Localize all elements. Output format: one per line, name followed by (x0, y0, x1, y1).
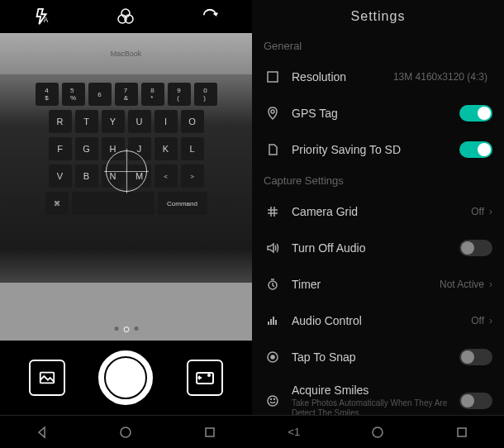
svg-rect-15 (275, 320, 277, 325)
setting-label: Audio Control (292, 314, 471, 327)
setting-resolution[interactable]: Resolution 13M 4160x3120 (4:3) (252, 59, 504, 95)
setting-grid[interactable]: Camera Grid Off › (252, 193, 504, 230)
setting-value: Off (471, 315, 484, 326)
sd-toggle[interactable] (459, 141, 492, 158)
camera-app: A MacBook 4$5%67&8*9(0) RTYUIO FGHJKL VB… (0, 0, 252, 448)
svg-point-17 (271, 355, 274, 359)
home-button[interactable] (369, 424, 386, 441)
audio-bars-icon (264, 314, 282, 327)
speaker-icon (264, 241, 282, 255)
svg-point-21 (373, 427, 383, 437)
svg-point-7 (121, 427, 131, 437)
svg-point-20 (274, 399, 275, 400)
svg-point-6 (208, 374, 210, 376)
grid-icon (264, 205, 282, 218)
svg-rect-13 (270, 319, 272, 325)
setting-label: Timer (292, 278, 440, 291)
section-general: General (252, 33, 504, 59)
svg-rect-9 (268, 72, 278, 82)
laptop-bezel: MacBook (0, 33, 252, 74)
setting-gps[interactable]: GPS Tag (252, 95, 504, 131)
focus-indicator (106, 150, 147, 192)
settings-panel: Settings General Resolution 13M 4160x312… (252, 0, 504, 448)
setting-value: Not Active (440, 279, 484, 290)
timer-icon (264, 278, 282, 291)
chevron-right-icon: › (489, 206, 492, 217)
home-button[interactable] (117, 424, 134, 441)
setting-smiles[interactable]: Acquire Smiles Take Photos Automatically… (252, 375, 504, 415)
setting-label: Acquire Smiles (292, 384, 459, 397)
setting-value: 13M 4160x3120 (4:3) (393, 71, 487, 83)
setting-description: Take Photos Automatically When They Are … (292, 398, 459, 415)
sd-card-icon (264, 143, 282, 156)
svg-point-10 (271, 110, 274, 113)
switch-camera-button[interactable] (187, 360, 223, 396)
tap-icon (264, 350, 282, 364)
setting-label: GPS Tag (292, 107, 459, 120)
recents-button[interactable] (454, 424, 470, 441)
location-icon (264, 107, 282, 120)
back-button[interactable] (34, 424, 50, 441)
audio-toggle[interactable] (459, 240, 492, 256)
filter-icon[interactable] (116, 7, 136, 26)
setting-label: Priority Saving To SD (292, 143, 459, 156)
rotate-icon[interactable] (200, 7, 220, 26)
gallery-button[interactable] (29, 360, 65, 396)
setting-label: Camera Grid (292, 205, 471, 218)
setting-audio-off[interactable]: Turn Off Audio (252, 230, 504, 266)
settings-title: Settings (252, 0, 504, 33)
tap-snap-toggle[interactable] (459, 349, 492, 365)
shutter-button[interactable] (98, 350, 153, 405)
recents-button[interactable] (202, 424, 218, 441)
setting-value: Off (471, 206, 484, 217)
svg-rect-22 (458, 428, 466, 436)
mode-indicator-dots (114, 326, 138, 332)
setting-label: Tap To Snap (292, 350, 459, 364)
camera-controls (0, 341, 252, 415)
smiles-toggle[interactable] (459, 393, 492, 409)
chevron-right-icon: › (489, 315, 492, 326)
back-button[interactable]: <1 (286, 424, 302, 441)
section-capture: Capture Settings (252, 168, 504, 193)
svg-point-19 (271, 399, 272, 400)
chevron-right-icon: › (489, 279, 492, 290)
setting-sd[interactable]: Priority Saving To SD (252, 131, 504, 168)
smile-icon (264, 394, 282, 407)
setting-tap-snap[interactable]: Tap To Snap (252, 339, 504, 375)
gps-toggle[interactable] (459, 105, 492, 122)
android-navbar-left (0, 415, 252, 448)
settings-list[interactable]: General Resolution 13M 4160x3120 (4:3) G… (252, 33, 504, 415)
setting-audio-control[interactable]: Audio Control Off › (252, 303, 504, 339)
flash-auto-icon[interactable]: A (32, 7, 52, 26)
resolution-icon (264, 70, 282, 83)
svg-rect-12 (268, 322, 269, 325)
svg-rect-14 (273, 317, 274, 325)
setting-timer[interactable]: Timer Not Active › (252, 266, 504, 303)
svg-rect-8 (206, 428, 214, 436)
svg-text:A: A (44, 17, 49, 24)
camera-topbar: A (0, 0, 252, 33)
setting-label: Resolution (292, 70, 393, 83)
setting-label: Turn Off Audio (292, 241, 459, 255)
android-navbar-right: <1 (252, 415, 504, 448)
camera-viewfinder[interactable]: MacBook 4$5%67&8*9(0) RTYUIO FGHJKL VBNM… (0, 33, 252, 341)
svg-point-18 (268, 396, 278, 406)
